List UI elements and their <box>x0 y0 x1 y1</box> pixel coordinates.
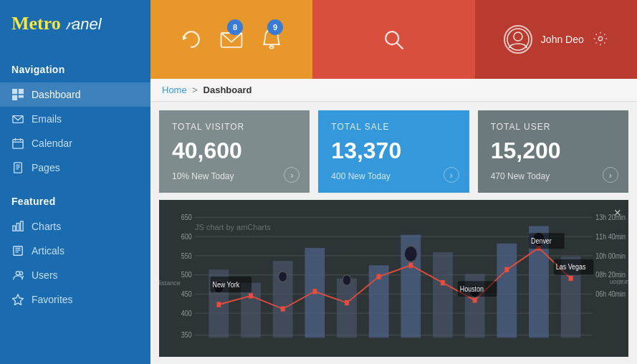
sidebar-item-calendar[interactable]: Calendar <box>0 131 150 155</box>
sidebar-label-dashboard: Dashboard <box>32 89 81 100</box>
header-search-tile[interactable] <box>312 0 474 79</box>
stat-label-sale: TOTAL SALE <box>331 122 456 132</box>
svg-text:Las Vegas: Las Vegas <box>556 262 586 271</box>
gear-icon[interactable] <box>593 31 608 49</box>
svg-point-81 <box>343 275 351 286</box>
sidebar-label-calendar: Calendar <box>32 138 72 149</box>
svg-line-32 <box>397 43 403 49</box>
svg-rect-19 <box>14 246 22 255</box>
sidebar-label-favorites: Favorites <box>32 294 73 305</box>
svg-rect-5 <box>13 140 23 148</box>
svg-point-28 <box>269 46 273 49</box>
stat-value-sale: 13,370 <box>331 138 456 164</box>
articles-icon <box>11 244 24 257</box>
main-content: 8 9 <box>150 0 637 364</box>
mail-icon: 8 <box>217 25 246 54</box>
stat-sub-visitor: 10% New Today <box>172 171 297 181</box>
sidebar-item-dashboard[interactable]: Dashboard <box>0 82 150 107</box>
stat-tile-sale[interactable]: TOTAL SALE 13,370 400 New Today › <box>318 110 469 193</box>
svg-text:08h 20min: 08h 20min <box>595 270 626 279</box>
featured-menu: Charts Articals Users Favorites <box>0 211 150 315</box>
svg-marker-25 <box>12 294 23 305</box>
stat-tile-visitor[interactable]: TOTAL VISITOR 40,600 10% New Today › <box>159 110 310 193</box>
breadcrumb-current: Dashboard <box>203 85 252 95</box>
svg-rect-76 <box>504 267 509 272</box>
svg-rect-18 <box>21 221 24 231</box>
svg-text:600: 600 <box>181 232 192 241</box>
sidebar-item-charts[interactable]: Charts <box>0 214 150 239</box>
sidebar-item-pages[interactable]: Pages <box>0 155 150 180</box>
svg-text:06h 40min: 06h 40min <box>595 289 626 298</box>
search-icon <box>379 25 408 54</box>
svg-rect-17 <box>16 224 19 231</box>
sidebar-label-users: Users <box>32 269 58 281</box>
chart-area: × JS chart by amCharts distance duration… <box>159 200 628 357</box>
svg-line-30 <box>278 43 279 44</box>
charts-icon <box>11 220 24 233</box>
notification-icon: 9 <box>257 25 286 54</box>
svg-text:Houston: Houston <box>460 284 484 293</box>
logo-metro: Metro <box>11 13 61 34</box>
sidebar-label-emails: Emails <box>32 113 62 125</box>
svg-text:400: 400 <box>181 309 192 317</box>
svg-rect-62 <box>433 252 453 337</box>
svg-point-35 <box>598 37 603 41</box>
pages-icon <box>11 161 24 174</box>
svg-point-24 <box>19 272 22 274</box>
header-user-tile[interactable]: John Deo <box>475 0 637 79</box>
stat-tile-user[interactable]: TOTAL USER 15,200 470 New Today › <box>478 110 628 193</box>
sidebar-item-favorites[interactable]: Favorites <box>0 287 150 312</box>
avatar <box>504 25 532 54</box>
sidebar-item-emails[interactable]: Emails <box>0 107 150 131</box>
svg-rect-16 <box>13 226 16 231</box>
svg-rect-59 <box>337 279 357 338</box>
navigation-section-header: Navigation <box>0 57 150 80</box>
svg-text:500: 500 <box>181 270 192 279</box>
stat-label-user: TOTAL USER <box>491 122 616 132</box>
svg-line-29 <box>264 43 265 44</box>
stat-arrow-user[interactable]: › <box>603 167 618 183</box>
svg-text:350: 350 <box>181 330 192 339</box>
breadcrumb: Home > Dashboard <box>150 79 637 102</box>
svg-rect-2 <box>12 95 17 100</box>
header-tile-notifications[interactable]: 8 9 <box>150 0 312 79</box>
svg-point-82 <box>404 246 417 262</box>
svg-rect-1 <box>19 89 24 94</box>
svg-text:550: 550 <box>181 252 192 260</box>
stats-row: TOTAL VISITOR 40,600 10% New Today › TOT… <box>150 102 637 200</box>
svg-rect-78 <box>569 276 573 281</box>
breadcrumb-home[interactable]: Home <box>162 85 187 95</box>
notif-badge: 9 <box>267 19 283 35</box>
svg-text:10h 00min: 10h 00min <box>595 252 626 260</box>
breadcrumb-separator: > <box>192 85 198 95</box>
chart-svg: 650 600 550 500 450 400 350 13h 20min 11… <box>159 200 628 357</box>
calendar-icon <box>11 137 24 150</box>
mail-badge: 8 <box>227 19 243 35</box>
svg-rect-3 <box>19 95 24 98</box>
stat-sub-user: 470 New Today <box>491 171 616 181</box>
sidebar: Metro 𝑟anel Navigation Dashboard Emails <box>0 0 150 364</box>
stat-sub-sale: 400 New Today <box>331 171 456 181</box>
sidebar-item-users[interactable]: Users <box>0 263 150 287</box>
chart-close-button[interactable]: × <box>613 206 621 221</box>
svg-text:11h 40min: 11h 40min <box>595 232 626 241</box>
svg-rect-12 <box>14 163 22 173</box>
user-name: John Deo <box>541 34 584 45</box>
stat-arrow-visitor[interactable]: › <box>284 167 300 183</box>
svg-rect-74 <box>441 280 445 285</box>
sidebar-item-articles[interactable]: Articals <box>0 239 150 263</box>
refresh-icon <box>177 25 206 54</box>
stat-arrow-sale[interactable]: › <box>444 167 459 183</box>
sidebar-label-charts: Charts <box>32 221 61 232</box>
navigation-menu: Dashboard Emails Calendar Pages <box>0 80 150 183</box>
logo-panel: 𝑟anel <box>61 15 102 33</box>
svg-rect-0 <box>12 89 17 94</box>
dashboard-icon <box>11 88 24 101</box>
featured-section-header: Featured <box>0 188 150 211</box>
svg-rect-70 <box>312 289 317 294</box>
svg-text:450: 450 <box>181 289 192 298</box>
svg-rect-68 <box>249 293 253 298</box>
stat-value-visitor: 40,600 <box>172 138 297 164</box>
svg-rect-64 <box>497 244 517 337</box>
svg-rect-72 <box>377 274 381 279</box>
